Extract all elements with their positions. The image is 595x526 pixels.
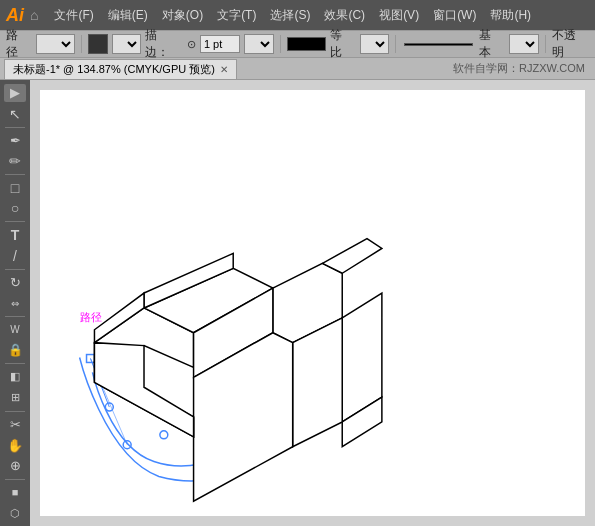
tool-ellipse[interactable]: ○ <box>4 199 26 217</box>
menu-effect[interactable]: 效果(C) <box>318 5 371 26</box>
tool-divider-4 <box>5 269 25 270</box>
toolbar-divider-4 <box>545 35 546 53</box>
tool-hand[interactable]: ✋ <box>4 436 26 454</box>
menu-edit[interactable]: 编辑(E) <box>102 5 154 26</box>
document-tab[interactable]: 未标题-1* @ 134.87% (CMYK/GPU 预览) ✕ <box>4 59 237 79</box>
left-toolbar: ▶ ↖ ✒ ✏ □ ○ T / ↻ ⇔ W 🔒 ◧ ⊞ ✂ ✋ ⊕ ■ ⬡ <box>0 80 30 526</box>
menu-view[interactable]: 视图(V) <box>373 5 425 26</box>
opacity-label: 不透明 <box>552 27 587 61</box>
illustration-svg <box>30 80 595 526</box>
canvas-area[interactable]: 路径 <box>30 80 595 526</box>
tool-divider-1 <box>5 127 25 128</box>
basic-select[interactable] <box>509 34 539 54</box>
tool-rotate[interactable]: ↻ <box>4 273 26 291</box>
stroke-line-preview <box>404 43 473 46</box>
tool-rectangle[interactable]: □ <box>4 179 26 197</box>
titlebar: Ai ⌂ 文件(F) 编辑(E) 对象(O) 文字(T) 选择(S) 效果(C)… <box>0 0 595 30</box>
tool-gradient[interactable]: ◧ <box>4 368 26 386</box>
tool-reflect[interactable]: ⇔ <box>4 294 26 312</box>
tool-divider-5 <box>5 316 25 317</box>
tool-blend[interactable]: W <box>4 321 26 339</box>
isometric-shape <box>94 239 381 502</box>
tool-line[interactable]: / <box>4 247 26 265</box>
anchor-bottom-center[interactable] <box>160 431 168 439</box>
tool-divider-6 <box>5 363 25 364</box>
basic-label: 基本 <box>479 27 503 61</box>
path-label: 路径 <box>6 27 30 61</box>
stroke-preview <box>287 37 326 51</box>
tool-scissors[interactable]: ✂ <box>4 415 26 433</box>
menu-window[interactable]: 窗口(W) <box>427 5 482 26</box>
tool-mesh[interactable]: ⊞ <box>4 389 26 407</box>
tool-divider-3 <box>5 221 25 222</box>
tabbar: 未标题-1* @ 134.87% (CMYK/GPU 预览) ✕ 软件自学网：R… <box>0 58 595 80</box>
toolbar-divider-1 <box>81 35 82 53</box>
app-logo: Ai <box>6 5 24 26</box>
main-area: ▶ ↖ ✒ ✏ □ ○ T / ↻ ⇔ W 🔒 ◧ ⊞ ✂ ✋ ⊕ ■ ⬡ 路径 <box>0 80 595 526</box>
stroke-color-swatch[interactable] <box>88 34 108 54</box>
tool-direct-selection[interactable]: ↖ <box>4 105 26 123</box>
tool-fill-stroke[interactable]: ■ <box>4 484 26 502</box>
stroke-type-select[interactable] <box>112 34 142 54</box>
menu-help[interactable]: 帮助(H) <box>484 5 537 26</box>
tab-close-icon[interactable]: ✕ <box>220 64 228 75</box>
menu-select[interactable]: 选择(S) <box>264 5 316 26</box>
home-icon[interactable]: ⌂ <box>30 7 38 23</box>
equal-select[interactable] <box>360 34 390 54</box>
tool-pencil[interactable]: ✏ <box>4 152 26 170</box>
tool-pen[interactable]: ✒ <box>4 131 26 149</box>
snap-label: 描边： <box>145 27 180 61</box>
tool-divider-2 <box>5 174 25 175</box>
toolbar-divider-3 <box>395 35 396 53</box>
snap-icon: ⊙ <box>187 38 196 51</box>
toolbar-divider-2 <box>280 35 281 53</box>
menu-bar: 文件(F) 编辑(E) 对象(O) 文字(T) 选择(S) 效果(C) 视图(V… <box>48 5 537 26</box>
path-select[interactable] <box>36 34 75 54</box>
pt-input[interactable] <box>200 35 240 53</box>
toolbar: 路径 描边： ⊙ 等比 基本 不透明 <box>0 30 595 58</box>
tool-zoom[interactable]: ⊕ <box>4 457 26 475</box>
tool-eyedropper[interactable]: 🔒 <box>4 341 26 359</box>
menu-object[interactable]: 对象(O) <box>156 5 209 26</box>
watermark-text: 软件自学网：RJZXW.COM <box>453 61 591 76</box>
tool-divider-7 <box>5 411 25 412</box>
tool-artboard[interactable]: ⬡ <box>4 504 26 522</box>
equal-label: 等比 <box>330 27 354 61</box>
tab-title: 未标题-1* @ 134.87% (CMYK/GPU 预览) <box>13 62 215 77</box>
tool-selection[interactable]: ▶ <box>4 84 26 102</box>
menu-text[interactable]: 文字(T) <box>211 5 262 26</box>
tool-type[interactable]: T <box>4 226 26 244</box>
tool-divider-8 <box>5 479 25 480</box>
pt-unit-select[interactable] <box>244 34 274 54</box>
menu-file[interactable]: 文件(F) <box>48 5 99 26</box>
